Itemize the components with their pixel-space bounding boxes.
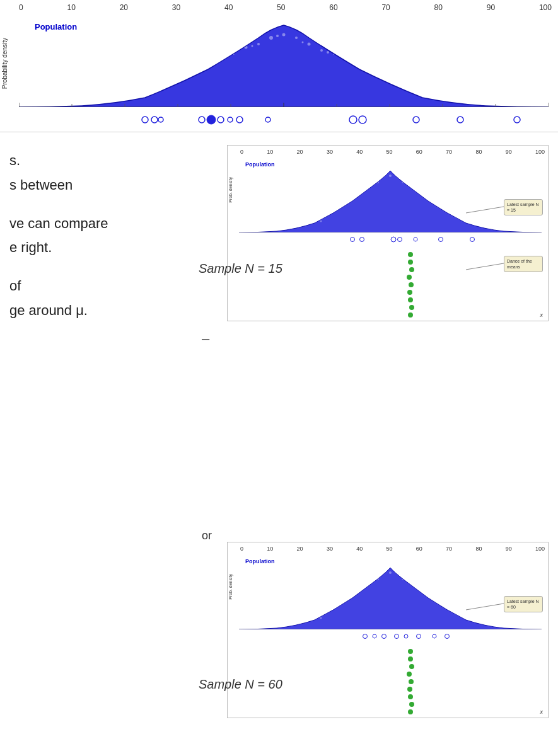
svg-point-162 — [407, 672, 412, 677]
svg-line-158 — [466, 604, 504, 610]
svg-point-65 — [199, 117, 205, 123]
svg-point-34 — [100, 89, 102, 91]
svg-point-116 — [407, 275, 412, 280]
small-chart-1-y-label: Prob. density — [228, 177, 233, 203]
svg-point-102 — [497, 226, 499, 227]
callout-latest-sample-1: Latest sample N = 15 — [504, 199, 543, 215]
svg-point-73 — [413, 117, 419, 123]
svg-point-165 — [408, 694, 413, 699]
svg-point-153 — [395, 634, 399, 639]
top-bell-curve-svg — [19, 16, 549, 107]
small-chart-2: 0 10 20 30 40 50 60 70 80 90 100 — [227, 542, 549, 718]
svg-point-70 — [265, 117, 270, 122]
svg-point-163 — [409, 679, 414, 684]
top-x-axis: 0 10 20 30 40 50 60 70 80 90 100 — [19, 3, 552, 16]
small-bell-curve-2-svg — [239, 554, 542, 629]
svg-point-66 — [207, 115, 216, 124]
minus-sign: – — [202, 331, 209, 347]
svg-point-121 — [408, 312, 413, 318]
svg-point-107 — [398, 238, 402, 242]
svg-point-82 — [351, 197, 354, 199]
svg-point-108 — [414, 238, 417, 241]
svg-point-109 — [439, 238, 443, 242]
svg-point-128 — [351, 593, 354, 596]
svg-point-9 — [207, 62, 210, 65]
svg-point-27 — [434, 90, 436, 93]
svg-point-91 — [465, 217, 467, 219]
svg-point-74 — [457, 117, 463, 123]
small-chart-2-x-label: x — [540, 709, 543, 715]
svg-point-62 — [142, 117, 148, 123]
svg-point-48 — [453, 94, 455, 96]
svg-point-71 — [349, 116, 357, 123]
svg-point-159 — [408, 649, 413, 654]
svg-point-129 — [364, 586, 366, 588]
svg-point-127 — [339, 602, 341, 604]
svg-point-104 — [351, 238, 355, 242]
sample-dots-row — [19, 112, 549, 128]
svg-point-152 — [382, 634, 387, 639]
svg-point-37 — [175, 70, 178, 72]
svg-point-154 — [404, 634, 408, 638]
text-line-3: ve can compare — [9, 214, 186, 234]
svg-point-119 — [408, 297, 413, 302]
svg-point-136 — [453, 609, 455, 610]
svg-point-151 — [373, 634, 376, 638]
svg-point-145 — [421, 591, 423, 593]
svg-point-122 — [270, 624, 272, 626]
svg-point-24 — [396, 77, 398, 80]
green-dots-1 — [398, 249, 423, 322]
svg-point-89 — [439, 204, 442, 207]
svg-point-68 — [228, 117, 233, 122]
svg-point-35 — [125, 83, 127, 85]
callout-line-2 — [466, 260, 504, 273]
text-line-4: e right. — [9, 238, 186, 258]
svg-point-36 — [151, 77, 153, 79]
svg-point-41 — [276, 35, 279, 37]
svg-point-25 — [409, 83, 411, 85]
svg-point-117 — [409, 282, 414, 287]
svg-point-83 — [364, 189, 366, 191]
top-y-axis-label: Probability density — [1, 38, 8, 89]
svg-point-75 — [514, 117, 520, 123]
small-bell-curve-1-svg — [239, 157, 542, 232]
svg-point-76 — [270, 227, 272, 229]
svg-point-123 — [289, 621, 291, 623]
svg-point-78 — [301, 221, 303, 223]
callout-latest-sample-2: Latest sample N = 60 — [504, 596, 543, 612]
svg-point-137 — [465, 614, 467, 616]
small-chart-1-population-label: Population — [245, 161, 275, 168]
svg-point-43 — [327, 51, 329, 54]
svg-point-64 — [158, 117, 163, 122]
svg-point-139 — [490, 621, 492, 623]
svg-point-124 — [301, 618, 303, 620]
text-line-5: of — [9, 277, 186, 296]
svg-point-160 — [408, 656, 413, 662]
svg-point-93 — [490, 224, 492, 226]
svg-point-144 — [396, 571, 398, 573]
svg-point-85 — [389, 175, 392, 177]
svg-point-22 — [371, 68, 373, 71]
svg-point-114 — [408, 260, 413, 265]
svg-point-155 — [417, 634, 421, 639]
callout-dance-means: Dance of the means — [504, 256, 543, 272]
svg-point-106 — [391, 237, 396, 242]
svg-point-101 — [472, 219, 474, 221]
svg-point-100 — [446, 209, 448, 210]
svg-point-126 — [327, 609, 328, 610]
svg-point-96 — [346, 202, 347, 203]
svg-point-131 — [389, 571, 392, 574]
svg-point-23 — [383, 74, 387, 77]
or-text: or — [202, 529, 212, 542]
svg-point-142 — [346, 598, 347, 600]
small-chart-2-sample-dots — [239, 631, 542, 642]
svg-point-26 — [421, 87, 424, 90]
svg-point-38 — [201, 64, 203, 66]
svg-line-111 — [466, 207, 504, 213]
svg-point-148 — [497, 622, 499, 624]
svg-point-5 — [157, 78, 159, 80]
svg-point-150 — [363, 634, 368, 639]
svg-point-118 — [407, 290, 412, 295]
svg-point-39 — [226, 54, 228, 56]
svg-point-80 — [327, 212, 328, 214]
